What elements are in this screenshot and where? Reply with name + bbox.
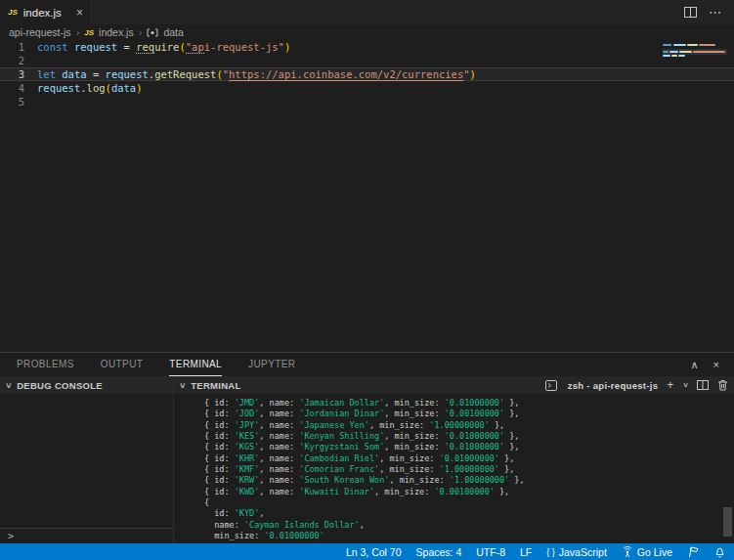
bottom-panel: PROBLEMS OUTPUT TERMINAL JUPYTER ∧ × ∨ D… [0,352,734,543]
code-line[interactable]: 5 [0,95,734,108]
breadcrumb: api-request-js › JS index.js › data [0,24,734,40]
terminal-line: { id: 'KGS', name: 'Kyrgyzstani Som', mi… [204,442,734,452]
cursor-position[interactable]: Ln 3, Col 70 [346,546,402,558]
terminal-line: { id: 'KMF', name: 'Comorian Franc', min… [204,464,734,475]
terminal-actions: zsh - api-request-js + ∨ [545,378,728,392]
terminal-line: name: 'Cayman Islands Dollar', [204,520,734,531]
close-tab-icon[interactable]: × [76,8,83,18]
code-editor[interactable]: 1const request = require("api-request-js… [0,40,734,352]
terminal-pane: ∨ TERMINAL zsh - api-request-js + ∨ [174,376,734,543]
close-panel-icon[interactable]: × [713,359,719,370]
tab-terminal[interactable]: TERMINAL [169,353,222,376]
tab-label: index.js [23,7,62,19]
code-text: const request = require("api-request-js"… [37,40,290,54]
chevron-right-icon: › [76,26,80,38]
chevron-down-icon: ∨ [179,381,187,390]
editor-actions: ⋯ [684,0,734,24]
terminal-dropdown-icon[interactable]: ∨ [682,381,689,389]
terminal-scrollbar[interactable] [723,507,732,537]
go-live-button[interactable]: Go Live [622,546,672,558]
line-number: 1 [0,40,37,54]
javascript-file-icon: JS [8,8,18,17]
tab-output[interactable]: OUTPUT [101,353,144,376]
language-mode[interactable]: { } JavaScript [546,546,607,558]
indentation-setting[interactable]: Spaces: 4 [416,546,462,558]
terminal-line: { [204,497,734,508]
encoding-setting[interactable]: UTF-8 [476,546,505,558]
panel-actions: ∧ × [691,353,734,376]
debug-console-input[interactable]: > [0,528,173,543]
more-actions-icon[interactable]: ⋯ [709,5,722,20]
terminal-line: { id: 'KES', name: 'Kenyan Shilling', mi… [204,431,734,442]
code-line[interactable]: 4request.log(data) [0,81,734,95]
terminal-line: { id: 'JPY', name: 'Japanese Yen', min_s… [204,420,734,431]
terminal-line: min_size: '0.01000000' [204,531,734,541]
debug-console-header[interactable]: ∨ DEBUG CONSOLE [0,376,173,394]
terminal-line: { id: 'JMD', name: 'Jamaican Dollar', mi… [204,398,734,409]
terminal-line: id: 'KYD', [204,508,734,519]
line-number: 4 [0,81,37,95]
breadcrumb-symbol[interactable]: data [163,26,183,38]
code-line[interactable]: 2 [0,54,734,67]
javascript-file-icon: JS [84,28,94,37]
terminal-line: { id: 'KRW', name: 'South Korean Won', m… [204,475,734,486]
code-text: let data = request.getRequest("https://a… [37,67,476,81]
split-editor-icon[interactable] [684,7,697,18]
terminal-header[interactable]: ∨ TERMINAL zsh - api-request-js + ∨ [174,376,734,394]
line-number: 3 [0,67,37,81]
tab-bar: JS index.js × ⋯ [0,0,734,24]
code-line[interactable]: 3let data = request.getRequest("https://… [0,67,734,81]
terminal-icon [545,380,557,391]
panel-tab-bar: PROBLEMS OUTPUT TERMINAL JUPYTER ∧ × [0,353,734,376]
terminal-line: { id: 'JOD', name: 'Jordanian Dinar', mi… [204,409,734,419]
minimap[interactable] [663,42,727,110]
new-terminal-icon[interactable]: + [667,378,673,392]
code-lines: 1const request = require("api-request-js… [0,40,734,108]
broadcast-icon [622,546,633,558]
feedback-icon[interactable] [687,546,700,558]
debug-console-title: DEBUG CONSOLE [17,380,103,391]
status-bar: Ln 3, Col 70 Spaces: 4 UTF-8 LF { } Java… [0,543,734,560]
vscode-window: JS index.js × ⋯ api-request-js › JS inde… [0,0,734,560]
tab-problems[interactable]: PROBLEMS [17,353,74,376]
notifications-bell-icon[interactable] [714,546,725,558]
terminal-output[interactable]: { id: 'JMD', name: 'Jamaican Dollar', mi… [174,394,734,543]
terminal-session-label[interactable]: zsh - api-request-js [568,380,659,391]
terminal-line: { id: 'KHR', name: 'Cambodian Riel', min… [204,453,734,464]
chevron-right-icon: › [139,26,143,38]
code-line[interactable]: 1const request = require("api-request-js… [0,40,734,54]
breadcrumb-file[interactable]: index.js [99,26,134,38]
maximize-panel-icon[interactable]: ∧ [691,359,699,371]
kill-terminal-trash-icon[interactable] [717,379,728,391]
eol-setting[interactable]: LF [520,546,532,558]
line-number: 2 [0,54,37,67]
chevron-down-icon: ∨ [5,381,13,390]
debug-console-pane: ∨ DEBUG CONSOLE > [0,376,174,543]
panel-body: ∨ DEBUG CONSOLE > ∨ TERMINAL z [0,376,734,543]
tab-index-js[interactable]: JS index.js × [0,0,92,24]
line-number: 5 [0,95,37,108]
breadcrumb-project[interactable]: api-request-js [9,26,71,38]
tab-jupyter[interactable]: JUPYTER [248,353,295,376]
terminal-line: { id: 'KWD', name: 'Kuwaiti Dinar', min_… [204,487,734,497]
split-terminal-icon[interactable] [697,380,709,390]
terminal-title: TERMINAL [191,380,240,391]
symbol-variable-icon [147,28,158,37]
code-text: request.log(data) [37,81,143,95]
debug-console-body [0,394,173,528]
prompt-icon: > [8,531,14,541]
braces-icon: { } [546,547,555,557]
